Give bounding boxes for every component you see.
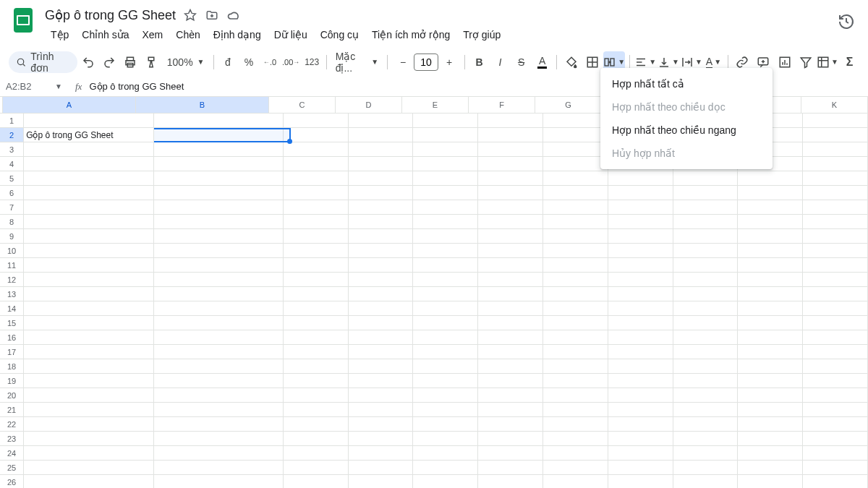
- menu-tools[interactable]: Công cụ: [315, 26, 365, 43]
- cell[interactable]: [284, 229, 349, 244]
- font-select[interactable]: Mặc đị...▼: [331, 51, 383, 73]
- cell[interactable]: [284, 316, 349, 330]
- cell[interactable]: [673, 359, 739, 374]
- cell[interactable]: [284, 359, 349, 374]
- cell[interactable]: [24, 229, 153, 244]
- cell[interactable]: [543, 273, 608, 287]
- cell[interactable]: [284, 403, 349, 417]
- redo-button[interactable]: [100, 51, 119, 73]
- cell[interactable]: [24, 186, 153, 200]
- cell[interactable]: [608, 345, 673, 359]
- cell[interactable]: [543, 157, 608, 171]
- cell[interactable]: [349, 171, 414, 186]
- cell[interactable]: [738, 359, 803, 374]
- cell[interactable]: [803, 316, 868, 330]
- cell[interactable]: [24, 446, 153, 461]
- cell[interactable]: [673, 316, 739, 330]
- column-header[interactable]: E: [402, 97, 469, 114]
- cell[interactable]: [608, 446, 673, 461]
- cell[interactable]: [608, 403, 673, 417]
- filter-views-button[interactable]: ▼: [817, 51, 838, 73]
- cell[interactable]: [478, 403, 543, 417]
- cell[interactable]: [673, 417, 739, 432]
- cell[interactable]: [478, 171, 543, 186]
- cell[interactable]: [738, 258, 803, 273]
- cell[interactable]: [154, 388, 284, 403]
- cell[interactable]: [738, 229, 803, 244]
- column-header[interactable]: A: [3, 97, 136, 114]
- cell[interactable]: [24, 157, 153, 171]
- cell[interactable]: [543, 229, 608, 244]
- cell[interactable]: [284, 374, 349, 388]
- cell[interactable]: [24, 432, 153, 446]
- italic-button[interactable]: I: [490, 51, 510, 73]
- cell[interactable]: [673, 186, 739, 200]
- cell[interactable]: [349, 157, 414, 171]
- cell[interactable]: [738, 287, 803, 301]
- cell[interactable]: [154, 142, 284, 157]
- cell[interactable]: [349, 403, 414, 417]
- menu-edit[interactable]: Chỉnh sửa: [76, 26, 135, 43]
- cell[interactable]: [543, 128, 608, 142]
- cell[interactable]: [803, 258, 868, 273]
- decrease-decimal-button[interactable]: ←.0: [260, 51, 280, 73]
- cell[interactable]: [284, 345, 349, 359]
- cell[interactable]: [154, 157, 284, 171]
- cell[interactable]: [673, 345, 739, 359]
- history-icon[interactable]: [838, 13, 855, 30]
- row-header[interactable]: 4: [0, 157, 24, 171]
- cell[interactable]: [478, 258, 543, 273]
- cell[interactable]: [349, 475, 414, 488]
- cell[interactable]: [413, 258, 478, 273]
- cell[interactable]: [478, 461, 543, 475]
- cell[interactable]: [738, 171, 803, 186]
- cell[interactable]: [24, 316, 153, 330]
- cell[interactable]: [608, 388, 673, 403]
- row-header[interactable]: 12: [0, 273, 24, 287]
- cell[interactable]: [413, 330, 478, 345]
- cell[interactable]: [284, 301, 349, 316]
- cell[interactable]: [803, 128, 868, 142]
- cell[interactable]: [803, 432, 868, 446]
- cell[interactable]: [24, 359, 153, 374]
- cell[interactable]: [738, 186, 803, 200]
- cell[interactable]: [803, 287, 868, 301]
- cell[interactable]: [608, 301, 673, 316]
- row-header[interactable]: 14: [0, 301, 24, 316]
- cell[interactable]: [673, 301, 739, 316]
- cell[interactable]: [738, 446, 803, 461]
- row-header[interactable]: 23: [0, 432, 24, 446]
- cell[interactable]: [803, 475, 868, 488]
- cell[interactable]: [154, 330, 284, 345]
- merge-horizontal-item[interactable]: Hợp nhất theo chiều ngang: [600, 119, 773, 142]
- cell[interactable]: [673, 244, 739, 258]
- cell[interactable]: [478, 114, 543, 128]
- row-header[interactable]: 7: [0, 200, 24, 215]
- cell[interactable]: [349, 330, 414, 345]
- cell[interactable]: [349, 186, 414, 200]
- cell[interactable]: [413, 461, 478, 475]
- cell[interactable]: [543, 432, 608, 446]
- cell[interactable]: [349, 345, 414, 359]
- cell[interactable]: [803, 417, 868, 432]
- cell[interactable]: [284, 461, 349, 475]
- insert-chart-button[interactable]: [775, 51, 794, 73]
- cell[interactable]: [673, 200, 739, 215]
- cell[interactable]: [543, 446, 608, 461]
- row-header[interactable]: 18: [0, 359, 24, 374]
- cell[interactable]: [738, 417, 803, 432]
- cell[interactable]: [803, 345, 868, 359]
- cell[interactable]: [154, 258, 284, 273]
- row-header[interactable]: 3: [0, 142, 24, 157]
- cell[interactable]: [478, 244, 543, 258]
- cell[interactable]: [803, 157, 868, 171]
- cell[interactable]: [349, 287, 414, 301]
- row-header[interactable]: 20: [0, 388, 24, 403]
- cell[interactable]: [543, 475, 608, 488]
- cell[interactable]: [803, 403, 868, 417]
- cell[interactable]: [284, 215, 349, 229]
- cell[interactable]: [154, 316, 284, 330]
- row-header[interactable]: 2: [0, 128, 24, 142]
- cell[interactable]: [284, 142, 349, 157]
- menus-search[interactable]: Trình đơn: [9, 51, 77, 73]
